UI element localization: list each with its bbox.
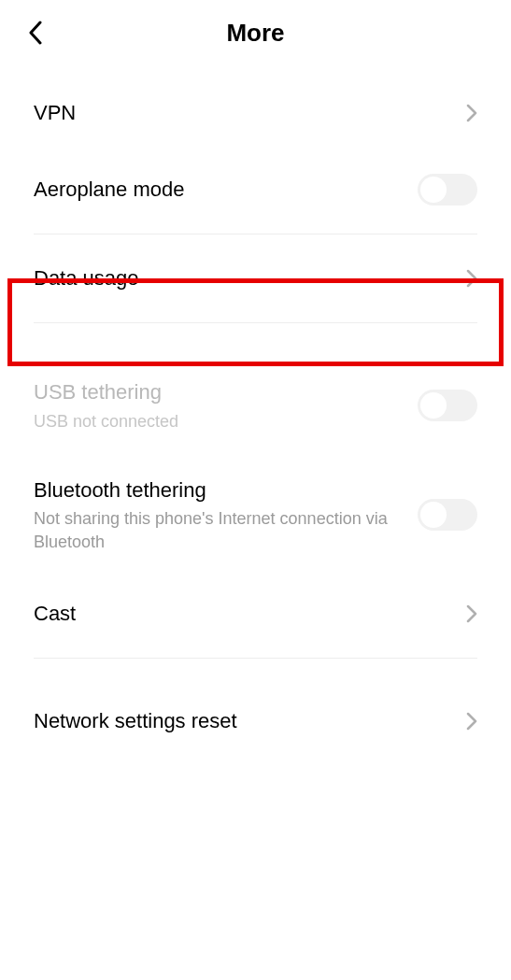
row-data-usage[interactable]: Data usage — [0, 240, 511, 317]
row-text: Network settings reset — [34, 708, 466, 735]
row-cast[interactable]: Cast — [0, 575, 511, 652]
row-label: USB tethering — [34, 379, 399, 406]
row-text: Data usage — [34, 265, 466, 292]
row-label: Bluetooth tethering — [34, 477, 399, 504]
row-text: Bluetooth tethering Not sharing this pho… — [34, 477, 418, 553]
row-label: Cast — [34, 601, 447, 628]
row-label: Aeroplane mode — [34, 177, 399, 204]
toggle-knob — [420, 392, 447, 419]
page-title: More — [26, 19, 485, 48]
row-bluetooth-tethering[interactable]: Bluetooth tethering Not sharing this pho… — [0, 455, 511, 575]
row-text: VPN — [34, 100, 466, 127]
row-sublabel: Not sharing this phone's Internet connec… — [34, 507, 399, 553]
divider — [34, 658, 477, 659]
chevron-right-icon — [466, 604, 477, 623]
bluetooth-tethering-toggle[interactable] — [418, 499, 477, 531]
row-text: USB tethering USB not connected — [34, 379, 418, 433]
row-usb-tethering: USB tethering USB not connected — [0, 357, 511, 455]
chevron-right-icon — [466, 104, 477, 122]
toggle-knob — [420, 502, 447, 528]
back-button[interactable] — [28, 21, 43, 49]
header: More — [0, 0, 511, 65]
chevron-right-icon — [466, 269, 477, 288]
spacer — [0, 664, 511, 683]
row-text: Aeroplane mode — [34, 177, 418, 204]
row-label: Network settings reset — [34, 708, 447, 735]
divider — [34, 234, 477, 234]
row-sublabel: USB not connected — [34, 410, 399, 433]
row-aeroplane-mode[interactable]: Aeroplane mode — [0, 151, 511, 228]
row-label: Data usage — [34, 265, 447, 292]
chevron-left-icon — [28, 21, 43, 45]
toggle-knob — [420, 177, 447, 203]
aeroplane-mode-toggle[interactable] — [418, 174, 477, 206]
divider — [34, 322, 477, 323]
usb-tethering-toggle — [418, 390, 477, 421]
row-label: VPN — [34, 100, 447, 127]
chevron-right-icon — [466, 712, 477, 731]
row-text: Cast — [34, 601, 466, 628]
settings-list: VPN Aeroplane mode Data usage USB tether… — [0, 65, 511, 769]
spacer — [0, 329, 511, 357]
row-vpn[interactable]: VPN — [0, 75, 511, 151]
row-network-settings-reset[interactable]: Network settings reset — [0, 683, 511, 760]
